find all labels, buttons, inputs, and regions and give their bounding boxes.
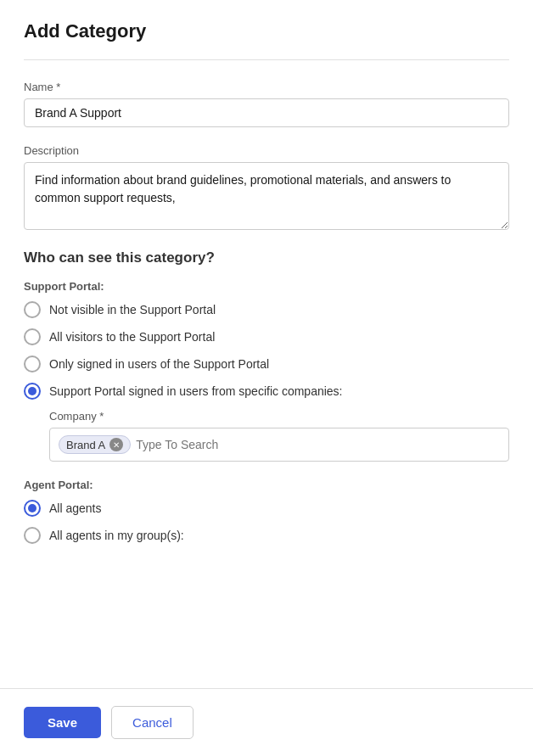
page-container: Add Category Name * Description Find inf… xyxy=(0,0,533,756)
page-title: Add Category xyxy=(24,20,509,42)
radio-input-1[interactable] xyxy=(24,301,41,318)
agent-portal-section: Agent Portal: All agents All agents in m… xyxy=(24,479,509,544)
company-tag-remove[interactable]: ✕ xyxy=(109,438,123,451)
company-group: Company * Brand A ✕ xyxy=(49,410,509,462)
agent-radio-input-1[interactable] xyxy=(24,500,41,517)
description-label: Description xyxy=(24,144,509,157)
radio-label-3: Only signed in users of the Support Port… xyxy=(49,357,269,371)
company-tag: Brand A ✕ xyxy=(59,435,131,454)
radio-input-4[interactable] xyxy=(24,383,41,400)
radio-option-1[interactable]: Not visible in the Support Portal xyxy=(24,301,509,318)
support-portal-label: Support Portal: xyxy=(24,280,509,293)
name-label: Name * xyxy=(24,81,509,93)
name-input[interactable] xyxy=(24,98,509,127)
radio-label-1: Not visible in the Support Portal xyxy=(49,303,216,316)
footer-area: Save Cancel xyxy=(0,688,533,756)
radio-input-2[interactable] xyxy=(24,328,41,345)
visibility-heading: Who can see this category? xyxy=(24,249,509,266)
radio-input-3[interactable] xyxy=(24,356,41,372)
company-label: Company * xyxy=(49,410,509,423)
description-group: Description Find information about brand… xyxy=(24,144,509,232)
radio-label-2: All visitors to the Support Portal xyxy=(49,330,215,344)
radio-option-2[interactable]: All visitors to the Support Portal xyxy=(24,328,509,345)
radio-label-4: Support Portal signed in users from spec… xyxy=(49,384,343,398)
radio-option-4[interactable]: Support Portal signed in users from spec… xyxy=(24,383,509,400)
cancel-button[interactable]: Cancel xyxy=(111,706,194,739)
agent-radio-input-2[interactable] xyxy=(24,527,41,544)
title-divider xyxy=(24,59,509,60)
content-area: Add Category Name * Description Find inf… xyxy=(0,0,533,688)
agent-radio-label-2: All agents in my group(s): xyxy=(49,529,184,542)
radio-option-3[interactable]: Only signed in users of the Support Port… xyxy=(24,356,509,372)
agent-radio-option-2[interactable]: All agents in my group(s): xyxy=(24,527,509,544)
visibility-section: Who can see this category? Support Porta… xyxy=(24,249,509,544)
company-search-input[interactable] xyxy=(136,438,500,451)
company-input-wrapper[interactable]: Brand A ✕ xyxy=(49,428,509,462)
agent-portal-label: Agent Portal: xyxy=(24,479,509,491)
agent-radio-option-1[interactable]: All agents xyxy=(24,500,509,517)
agent-radio-label-1: All agents xyxy=(49,501,101,515)
company-tag-label: Brand A xyxy=(66,439,105,451)
name-group: Name * xyxy=(24,81,509,127)
description-textarea[interactable]: Find information about brand guidelines,… xyxy=(24,162,509,230)
save-button[interactable]: Save xyxy=(24,707,101,738)
